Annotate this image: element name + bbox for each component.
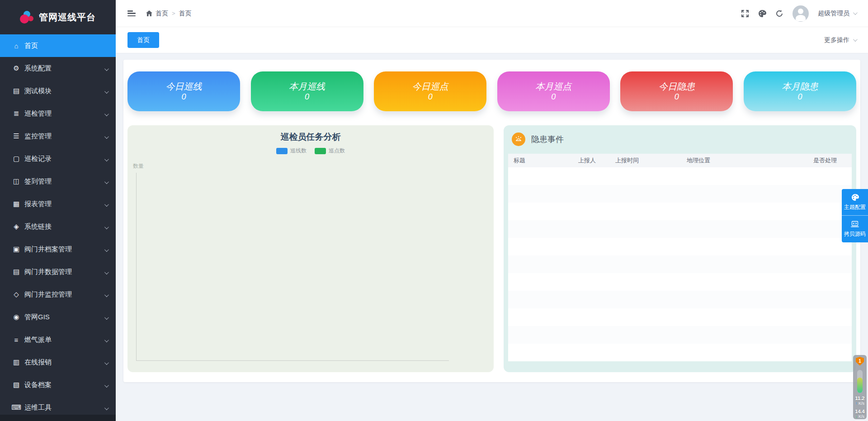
sidebar-item-database[interactable]: ≣ 巡检管理 — [0, 102, 116, 125]
stat-card[interactable]: 本月巡线 0 — [251, 71, 363, 111]
fullscreen-icon[interactable] — [741, 9, 749, 18]
theme-palette-icon[interactable] — [758, 9, 766, 18]
chevron-down-icon — [104, 313, 108, 321]
sidebar-item-label: 巡检记录 — [24, 155, 52, 163]
sidebar-item-report[interactable]: ▦ 报表管理 — [0, 193, 116, 215]
tool-source-code[interactable]: 拷贝源码 — [842, 216, 868, 242]
network-monitor-widget[interactable]: 1 11.2 ↑ K/s 14.4 ↓ K/s — [853, 355, 867, 419]
table-row[interactable] — [508, 273, 852, 291]
sidebar-item-label: 首页 — [24, 42, 38, 50]
sidebar-item-archive-box[interactable]: ▤ 阀门井数据管理 — [0, 260, 116, 283]
table-row[interactable] — [508, 238, 852, 255]
sidebar-item-book[interactable]: ◫ 签到管理 — [0, 170, 116, 193]
sidebar-item-clipboard[interactable]: ▣ 阀门井档案管理 — [0, 238, 116, 260]
chevron-down-icon — [104, 132, 108, 140]
chevron-down-icon — [104, 381, 108, 389]
table-column-header: 标题 — [508, 156, 573, 165]
incident-table-body — [508, 167, 852, 361]
stat-card[interactable]: 本月隐患 0 — [744, 71, 856, 111]
user-menu[interactable]: 超级管理员 — [818, 9, 856, 18]
sidebar-item-gis-user[interactable]: ◉ 管网GIS — [0, 306, 116, 328]
breadcrumb: 首页 > 首页 — [146, 9, 192, 18]
user-avatar[interactable] — [793, 5, 809, 22]
sidebar-item-gear[interactable]: ⚙ 系统配置 — [0, 57, 116, 80]
arrow-down-icon: ↓ — [855, 414, 858, 419]
sidebar-item-task-list[interactable]: ≡ 燃气派单 — [0, 328, 116, 351]
table-column-header: 地理位置 — [681, 156, 808, 165]
stat-card-value: 0 — [551, 92, 556, 102]
table-row[interactable] — [508, 203, 852, 220]
sidebar-item-list[interactable]: ☰ 监控管理 — [0, 125, 116, 147]
sidebar-bottom-strip — [0, 415, 116, 421]
sidebar-item-cube-monitor[interactable]: ◇ 阀门井监控管理 — [0, 283, 116, 306]
gear-icon: ⚙ — [11, 64, 22, 72]
report-icon: ▦ — [11, 200, 22, 208]
stat-card-value: 0 — [305, 92, 309, 102]
chevron-down-icon — [853, 10, 858, 15]
table-row[interactable] — [508, 344, 852, 361]
sidebar-item-label: 管网GIS — [24, 313, 50, 322]
table-column-header: 是否处理 — [808, 156, 849, 165]
sidebar-item-label: 阀门井监控管理 — [24, 290, 72, 299]
sidebar-item-label: 监控管理 — [24, 132, 52, 141]
sidebar-toggle-icon[interactable] — [127, 10, 136, 16]
sidebar-item-label: 阀门井数据管理 — [24, 268, 72, 276]
stat-card-label: 今日隐患 — [659, 81, 695, 92]
stat-card[interactable]: 今日巡点 0 — [374, 71, 486, 111]
sidebar-item-label: 系统链接 — [24, 222, 52, 231]
tool-label: 主题配置 — [844, 203, 866, 211]
more-operations-label: 更多操作 — [824, 36, 849, 44]
breadcrumb-home[interactable]: 首页 — [146, 9, 168, 18]
stat-card[interactable]: 今日巡线 0 — [127, 71, 240, 111]
chart-y-axis-label: 数量 — [133, 162, 144, 170]
chevron-down-icon — [104, 268, 108, 276]
table-row[interactable] — [508, 326, 852, 344]
sidebar: 管网巡线平台 ⌂ 首页 ⚙ 系统配置 ▤ 测试模块 ≣ 巡检管理 ☰ 监控管理 … — [0, 0, 116, 421]
sidebar-item-home[interactable]: ⌂ 首页 — [0, 34, 116, 57]
sidebar-item-invoice[interactable]: ▥ 在线报销 — [0, 351, 116, 374]
table-row[interactable] — [508, 220, 852, 238]
legend-swatch — [315, 148, 326, 154]
incident-table: 标题上报人上报时间地理位置是否处理 — [508, 154, 852, 361]
tool-palette[interactable]: 主题配置 — [842, 189, 868, 216]
tool-label: 拷贝源码 — [844, 230, 866, 238]
book-icon: ◫ — [11, 177, 22, 185]
tab-home[interactable]: 首页 — [127, 32, 159, 48]
stat-card[interactable]: 本月巡点 0 — [497, 71, 610, 111]
legend-item[interactable]: 巡点数 — [315, 147, 345, 155]
cube-icon: ◈ — [11, 222, 22, 231]
sidebar-item-label: 测试模块 — [24, 87, 52, 95]
sidebar-item-label: 阀门井档案管理 — [24, 245, 72, 254]
chevron-down-icon — [104, 223, 108, 231]
table-row[interactable] — [508, 185, 852, 203]
table-row[interactable] — [508, 255, 852, 273]
legend-item[interactable]: 巡线数 — [276, 147, 307, 155]
alarm-icon — [512, 132, 525, 146]
stat-card-label: 本月隐患 — [782, 81, 818, 92]
sidebar-menu: ⌂ 首页 ⚙ 系统配置 ▤ 测试模块 ≣ 巡检管理 ☰ 监控管理 ▢ 巡检记录 … — [0, 34, 116, 419]
laptop-icon: ▢ — [11, 155, 22, 163]
table-row[interactable] — [508, 308, 852, 326]
more-operations-dropdown[interactable]: 更多操作 — [824, 36, 856, 44]
sidebar-item-cube[interactable]: ◈ 系统链接 — [0, 215, 116, 238]
table-row[interactable] — [508, 167, 852, 185]
breadcrumb-separator: > — [172, 10, 175, 17]
arrow-up-icon: ↑ — [855, 401, 858, 406]
table-row[interactable] — [508, 291, 852, 308]
app-logo[interactable]: 管网巡线平台 — [0, 0, 116, 34]
sidebar-item-label: 燃气派单 — [24, 336, 52, 344]
stat-card-value: 0 — [675, 92, 679, 102]
sidebar-item-label: 巡检管理 — [24, 109, 52, 118]
stat-card-label: 今日巡点 — [412, 81, 448, 92]
tab-bar: 首页 更多操作 — [116, 27, 868, 53]
stat-card[interactable]: 今日隐患 0 — [620, 71, 733, 111]
sidebar-item-laptop[interactable]: ▢ 巡检记录 — [0, 147, 116, 170]
sidebar-item-archive[interactable]: ▤ 测试模块 — [0, 80, 116, 102]
chart-x-axis-line — [136, 360, 449, 361]
legend-label: 巡点数 — [329, 147, 345, 155]
refresh-icon[interactable] — [775, 9, 783, 18]
sidebar-item-device-file[interactable]: ▧ 设备档案 — [0, 374, 116, 396]
sidebar-item-label: 运维工具 — [24, 403, 52, 412]
sidebar-item-label: 在线报销 — [24, 358, 52, 367]
chevron-down-icon — [104, 65, 108, 72]
